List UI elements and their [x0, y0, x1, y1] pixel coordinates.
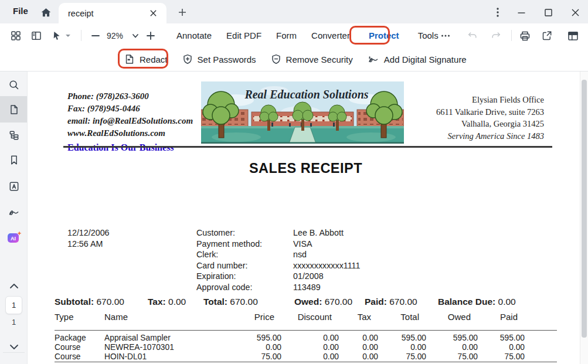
previous-page-button[interactable] [0, 278, 28, 294]
summary-label: Paid: [365, 297, 387, 307]
signature-icon [8, 206, 21, 218]
summary-value: 0.00 [498, 297, 516, 307]
redo-button[interactable] [490, 29, 502, 42]
outline-icon [8, 130, 20, 141]
cell-total: 595.00 [378, 334, 426, 342]
document-area: Phone: (978)263-3600 Fax: (978)945-0446 … [28, 72, 588, 364]
cell-owed: 0.00 [426, 343, 478, 352]
select-tool-dropdown[interactable] [64, 29, 72, 42]
column-header: Discount [281, 312, 339, 322]
bookmark-icon [8, 154, 20, 166]
zoom-dropdown[interactable] [129, 29, 142, 42]
set-passwords-button[interactable]: Set Passwords [182, 53, 256, 65]
contact-fax: Fax: (978)945-0446 [67, 103, 193, 115]
home-button[interactable] [39, 5, 53, 19]
column-header: Paid [478, 312, 525, 322]
column-header: Tax [339, 312, 378, 322]
cell-tax: 0.00 [339, 343, 378, 352]
more-button[interactable] [439, 29, 452, 42]
summary-value: 670.00 [96, 297, 124, 307]
file-menu[interactable]: File [13, 6, 28, 16]
remove-security-label: Remove Security [286, 55, 353, 64]
receipt-time: 12:56 AM [67, 239, 110, 250]
thumbnails-icon [8, 104, 20, 115]
contact-phone: Phone: (978)263-3600 [67, 90, 193, 103]
menu-protect[interactable]: Protect [365, 30, 403, 40]
share-button[interactable] [541, 29, 553, 42]
zoom-out-button[interactable] [89, 29, 102, 42]
annotations-button[interactable] [0, 178, 28, 195]
cell-price: 595.00 [227, 334, 281, 342]
ai-icon: AI [6, 230, 22, 245]
cell-paid: 595.00 [478, 334, 525, 342]
outline-button[interactable] [0, 127, 28, 144]
column-header: Type [55, 312, 101, 322]
remove-security-icon [270, 53, 282, 65]
detail-values: Lee B. Abbott VISA nsd xxxxxxxxxxxx1111 … [293, 227, 360, 292]
toolbar-divider [81, 30, 81, 41]
signatures-button[interactable] [0, 204, 28, 220]
bookmarks-button[interactable] [0, 152, 28, 168]
cursor-icon [51, 30, 63, 42]
print-button[interactable] [518, 29, 531, 42]
header-rule [63, 146, 552, 148]
set-passwords-icon [182, 53, 193, 65]
tab-title: receipt [68, 9, 148, 18]
titlebar: File receipt [0, 0, 588, 23]
tab-receipt[interactable]: receipt [59, 3, 166, 23]
search-icon [8, 79, 20, 91]
select-tool-button[interactable] [50, 29, 63, 42]
zoom-in-button[interactable] [144, 29, 157, 42]
new-tab-button[interactable] [176, 6, 189, 19]
summary-label: Tax: [148, 297, 166, 307]
current-page-input[interactable]: 1 [5, 296, 22, 314]
contact-email: email: info@RealEdSolutions.com [67, 115, 193, 127]
summary-value: 670.00 [325, 297, 352, 307]
cell-type: Package [55, 334, 101, 342]
annotations-icon [8, 181, 20, 192]
ai-assistant-button[interactable]: AI [0, 229, 28, 246]
chevron-down-icon [131, 32, 140, 40]
detail-labels: Customer: Payment method: Clerk: Card nu… [196, 227, 262, 292]
summary-value: 670.00 [389, 297, 417, 307]
plus-icon [178, 8, 187, 17]
vertical-scrollbar[interactable] [580, 72, 588, 364]
column-header: Total [378, 312, 426, 322]
detail-value: 113489 [293, 282, 360, 293]
cell-owed: 75.00 [426, 352, 478, 361]
maximize-button[interactable] [539, 5, 557, 20]
scrollbar-thumb[interactable] [582, 80, 587, 338]
remove-security-button[interactable]: Remove Security [270, 53, 353, 65]
menu-tools[interactable]: Tools [418, 30, 439, 40]
detail-value: Lee B. Abbott [293, 227, 360, 239]
company-logo-image: Real Education Solutions [201, 81, 404, 144]
cell-price: 0.00 [227, 343, 281, 352]
redact-icon [124, 53, 135, 65]
menu-form[interactable]: Form [276, 30, 297, 40]
contact-block: Phone: (978)263-3600 Fax: (978)945-0446 … [67, 90, 193, 154]
add-digital-signature-button[interactable]: Add Digital Signature [367, 53, 467, 65]
menu-converter[interactable]: Converter [311, 30, 350, 40]
grid-view-button[interactable] [9, 29, 22, 42]
menu-edit-pdf[interactable]: Edit PDF [226, 30, 261, 40]
close-tab-icon[interactable] [148, 8, 158, 19]
app-menu-button[interactable] [489, 5, 507, 20]
detail-value: VISA [293, 239, 360, 250]
pdf-page: Phone: (978)263-3600 Fax: (978)945-0446 … [52, 72, 560, 364]
redact-button[interactable]: Redact [124, 53, 168, 65]
summary-value: 670.00 [230, 297, 257, 307]
undo-icon [467, 30, 478, 42]
reading-layout-button[interactable] [30, 29, 43, 42]
search-button[interactable] [0, 76, 28, 93]
thumbnails-button[interactable] [0, 101, 28, 118]
zoom-out-icon [90, 30, 101, 41]
cell-discount: 0.00 [281, 352, 339, 361]
undo-button[interactable] [466, 29, 479, 42]
maximize-icon [544, 8, 553, 17]
close-button[interactable] [566, 5, 584, 20]
summary-subtotal: Subtotal: 670.00 [55, 297, 124, 307]
workspace-layout-button[interactable] [566, 29, 579, 42]
close-icon [571, 8, 580, 17]
menu-annotate[interactable]: Annotate [176, 30, 212, 40]
minimize-button[interactable] [512, 5, 530, 20]
